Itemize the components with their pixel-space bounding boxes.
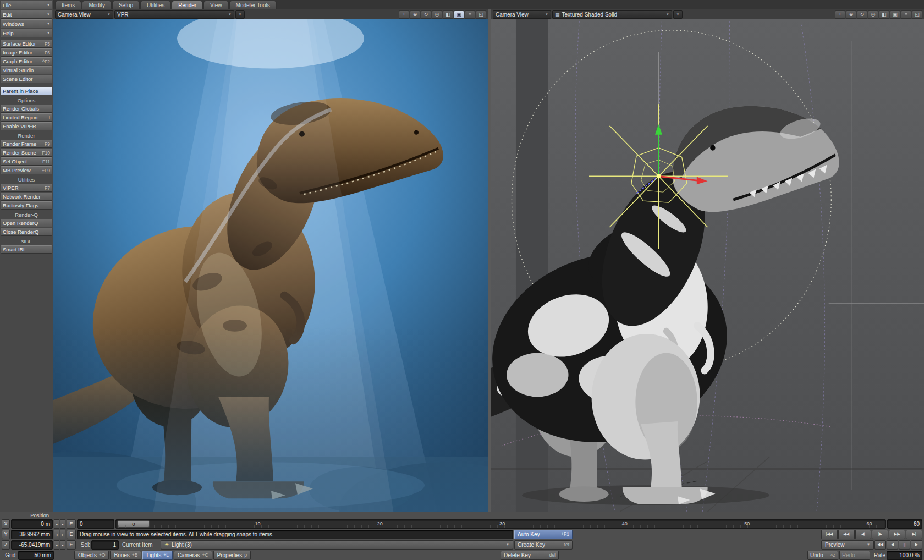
menu-edit[interactable]: Edit▼ <box>1 10 52 19</box>
sidebar-item-open-renderq[interactable]: Open RenderQ <box>1 219 52 227</box>
y-envelope-button[interactable]: E <box>67 530 76 539</box>
render-mode-dropdown[interactable]: VPR▼ <box>114 10 234 19</box>
sidebar-item-radiosity-flags[interactable]: Radiosity Flags <box>1 201 52 210</box>
region-icon[interactable]: ◧ <box>879 10 889 19</box>
spinner-left-icon[interactable]: ◂ <box>54 540 59 550</box>
play-reverse-button[interactable]: ◀ <box>887 540 898 550</box>
view-type-dropdown[interactable]: Camera View▼ <box>55 10 113 19</box>
fast-forward-button[interactable]: ▶▶ <box>889 530 905 539</box>
maximize-icon[interactable]: ◱ <box>912 10 922 19</box>
sidebar-item-virtual-studio[interactable]: Virtual Studio <box>1 66 52 74</box>
sidebar-item-surface-editor[interactable]: Surface EditorF5 <box>1 40 52 48</box>
tab-setup[interactable]: Setup <box>112 1 140 9</box>
sidebar-item-viper[interactable]: VIPERF7 <box>1 184 52 192</box>
tab-utilities[interactable]: Utilities <box>140 1 171 9</box>
viewport-left-canvas[interactable] <box>53 19 488 512</box>
z-envelope-button[interactable]: E <box>67 540 76 550</box>
x-value-field[interactable]: 0 m <box>11 519 53 529</box>
sidebar-item-mb-preview[interactable]: MB Preview+F9 <box>1 166 52 174</box>
pause-button[interactable]: || <box>899 540 910 550</box>
x-envelope-button[interactable]: E <box>67 519 76 529</box>
fast-rewind-button[interactable]: ◀◀ <box>838 530 855 539</box>
view-type-dropdown[interactable]: Camera View▼ <box>493 10 551 19</box>
go-to-start-button[interactable]: |◀◀ <box>821 530 838 539</box>
region-icon[interactable]: ◧ <box>443 10 453 19</box>
auto-key-button[interactable]: Auto Key+F1 <box>514 530 573 539</box>
timeline-tick: 50 <box>744 521 750 526</box>
move-icon[interactable]: ⊕ <box>410 10 420 19</box>
timeline-track[interactable]: 0 10 20 30 40 50 60 0 <box>116 519 886 529</box>
pan-icon[interactable]: + <box>399 10 409 19</box>
sidebar-item-render-globals[interactable]: Render Globals <box>1 105 52 113</box>
zoom-icon[interactable]: ◎ <box>432 10 442 19</box>
lights-mode-button[interactable]: Lights+L <box>142 551 172 560</box>
step-back-button[interactable]: ◀| <box>855 530 872 539</box>
tab-items[interactable]: Items <box>55 1 81 9</box>
axis-y-button[interactable]: Y <box>2 530 10 539</box>
vpr-toggle-icon[interactable]: ▣ <box>454 10 464 19</box>
sidebar-item-image-editor[interactable]: Image EditorF6 <box>1 48 52 57</box>
list-icon[interactable]: ≡ <box>465 10 475 19</box>
menu-file[interactable]: File▼ <box>1 1 52 9</box>
step-forward-button[interactable]: |▶ <box>872 530 888 539</box>
sidebar-item-smart-ibl[interactable]: Smart IBL <box>1 245 52 254</box>
sidebar-item-sel-object[interactable]: Sel ObjectF11 <box>1 157 52 166</box>
spinner-right-icon[interactable]: ▸ <box>60 519 65 529</box>
properties-button[interactable]: Propertiesp <box>213 551 251 560</box>
tab-modify[interactable]: Modify <box>82 1 111 9</box>
menu-windows[interactable]: Windows▼ <box>1 19 52 28</box>
tab-bar: Items Modify Setup Utilities Render View… <box>53 0 924 9</box>
sidebar-item-parent-in-place[interactable]: Parent in Place <box>1 87 52 95</box>
rotate-icon[interactable]: ↻ <box>857 10 867 19</box>
spinner-left-icon[interactable]: ◂ <box>54 530 59 539</box>
objects-mode-button[interactable]: Objects+O <box>74 551 109 560</box>
spinner-left-icon[interactable]: ◂ <box>54 519 59 529</box>
delete-key-button[interactable]: Delete Keydel <box>501 551 559 560</box>
play-button[interactable]: ▶ <box>911 540 922 550</box>
sidebar-item-scene-editor[interactable]: Scene Editor <box>1 75 52 83</box>
move-icon[interactable]: ⊕ <box>846 10 856 19</box>
sidebar-item-enable-viper[interactable]: Enable VIPER <box>1 122 52 130</box>
bones-mode-button[interactable]: Bones+B <box>110 551 141 560</box>
start-frame-field[interactable]: 0 <box>77 519 114 529</box>
create-key-button[interactable]: Create Keyret <box>514 540 573 550</box>
play-reverse-fast-button[interactable]: ◀◀ <box>875 540 886 550</box>
tab-render[interactable]: Render <box>172 1 203 9</box>
z-value-field[interactable]: -65.0419mm <box>11 540 53 550</box>
shading-mode-dropdown[interactable]: ▦Textured Shaded Solid▼ <box>552 10 672 19</box>
sidebar-item-graph-editor[interactable]: Graph Editor^F2 <box>1 57 52 65</box>
sidebar-item-render-frame[interactable]: Render FrameF9 <box>1 140 52 148</box>
tab-view[interactable]: View <box>204 1 229 9</box>
sidebar-item-close-renderq[interactable]: Close RenderQ <box>1 228 52 236</box>
viewport-menu-button[interactable]: ▼ <box>235 10 245 19</box>
viewport-right-canvas[interactable] <box>491 19 924 512</box>
menu-help[interactable]: Help▼ <box>1 29 52 37</box>
sidebar-item-render-scene[interactable]: Render SceneF10 <box>1 149 52 157</box>
viewport-menu-button[interactable]: ▼ <box>673 10 683 19</box>
spinner-right-icon[interactable]: ▸ <box>60 540 65 550</box>
vpr-toggle-icon[interactable]: ▣ <box>890 10 900 19</box>
rotate-icon[interactable]: ↻ <box>421 10 431 19</box>
spinner-right-icon[interactable]: ▸ <box>60 530 65 539</box>
sidebar-item-limited-region[interactable]: Limited Regionl <box>1 113 52 122</box>
rate-field[interactable]: 100.0 % <box>887 551 922 560</box>
sidebar-item-network-render[interactable]: Network Render <box>1 193 52 201</box>
zoom-icon[interactable]: ◎ <box>868 10 878 19</box>
tab-modeler-tools[interactable]: Modeler Tools <box>229 1 277 9</box>
undo-button[interactable]: Undo^Z <box>807 551 838 560</box>
grid-size-field[interactable]: 50 mm <box>18 551 54 560</box>
axis-z-button[interactable]: Z <box>2 540 10 550</box>
go-to-end-button[interactable]: ▶| <box>906 530 922 539</box>
timeline-handle[interactable]: 0 <box>118 520 150 528</box>
end-frame-field[interactable]: 60 <box>887 519 922 529</box>
list-icon[interactable]: ≡ <box>901 10 911 19</box>
x-row: X 0 m ◂ ▸ E 0 0 10 20 30 40 50 60 0 60 <box>2 519 922 529</box>
preview-dropdown[interactable]: Preview▼ <box>821 540 874 550</box>
maximize-icon[interactable]: ◱ <box>476 10 486 19</box>
current-item-dropdown[interactable]: ☀ Light (3) ▼ <box>161 540 513 550</box>
axis-x-button[interactable]: X <box>2 519 10 529</box>
pan-icon[interactable]: + <box>835 10 845 19</box>
cameras-mode-button[interactable]: Cameras+C <box>174 551 212 560</box>
redo-button[interactable]: Redo <box>839 551 870 560</box>
y-value-field[interactable]: 39.9992 mm <box>11 530 53 539</box>
